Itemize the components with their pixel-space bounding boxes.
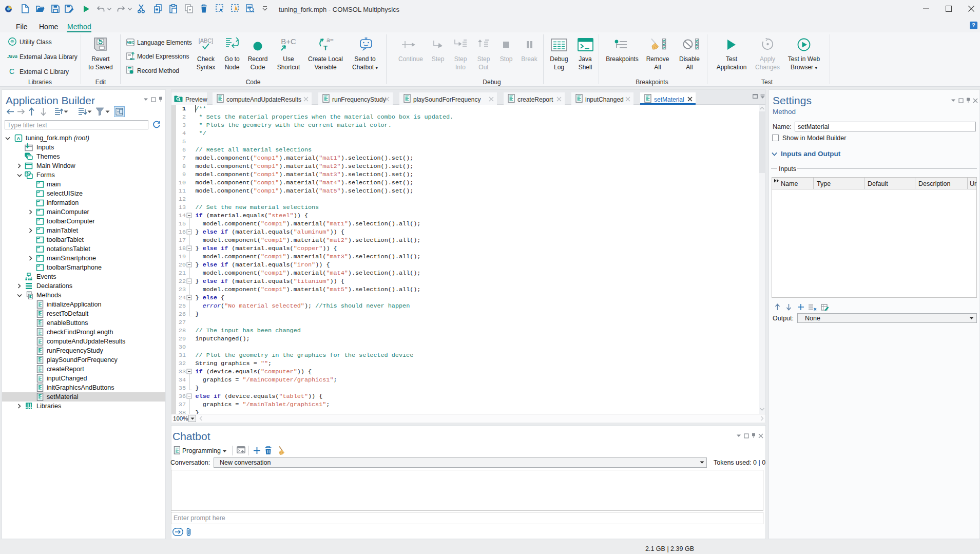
- svg-text:ABC: ABC: [126, 41, 134, 44]
- svg-text:T: T: [323, 44, 328, 51]
- svg-text:A: A: [17, 135, 21, 141]
- svg-text:B+C: B+C: [281, 37, 296, 46]
- svg-text:a=: a=: [326, 37, 334, 44]
- svg-text:a=: a=: [130, 56, 134, 61]
- svg-text:[ABC]: [ABC]: [199, 37, 213, 44]
